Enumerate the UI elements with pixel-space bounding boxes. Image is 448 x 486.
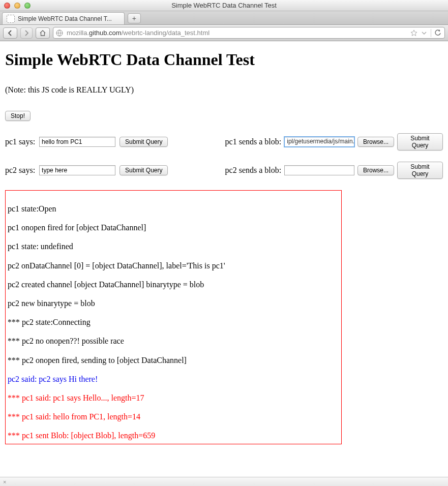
says-label: pc2 says: [5, 166, 35, 175]
window-titlebar: Simple WebRTC Data Channel Test [0, 0, 448, 11]
log-line: *** pc1 said: pc1 says Hello..., length=… [8, 393, 339, 403]
form-row-1: pc1 says:Submit Querypc1 sends a blob:ip… [5, 133, 443, 150]
form-row-2: pc2 says:Submit Querypc2 sends a blob:Br… [5, 162, 443, 179]
forward-arrow-icon [23, 30, 29, 36]
blob-label: pc1 sends a blob: [225, 137, 282, 146]
separator [431, 29, 431, 37]
home-icon [39, 29, 46, 37]
window-close-button[interactable] [4, 3, 10, 9]
log-line: pc2 onDataChannel [0] = [object DataChan… [8, 261, 339, 270]
log-line: pc1 onopen fired for [object DataChannel… [8, 223, 339, 232]
says-input[interactable] [39, 137, 115, 147]
log-line: *** pc2 no onopen??! possible race [8, 336, 339, 346]
window-title: Simple WebRTC Data Channel Test [0, 2, 448, 9]
new-tab-button[interactable]: + [128, 13, 141, 23]
browser-tab[interactable]: Simple WebRTC Data Channel T... [2, 12, 125, 24]
back-button[interactable] [3, 27, 17, 39]
bookmark-star-icon[interactable] [410, 29, 417, 37]
log-line: pc2 new binarytype = blob [8, 298, 339, 308]
tab-favicon-icon [7, 15, 15, 23]
says-submit-button[interactable]: Submit Query [120, 137, 168, 147]
log-line: *** pc1 sent Blob: [object Blob], length… [8, 431, 339, 440]
dropdown-icon[interactable] [421, 29, 428, 37]
log-line: *** pc2 state:Connecting [8, 317, 339, 327]
urlbar-right [410, 29, 442, 37]
navigation-toolbar: mozilla.github.com/webrtc-landing/data_t… [0, 25, 448, 41]
blob-label: pc2 sends a blob: [225, 166, 282, 175]
url-bar[interactable]: mozilla.github.com/webrtc-landing/data_t… [53, 27, 445, 39]
says-cell: pc1 says:Submit Query [5, 137, 221, 147]
log-line: pc1 state:Open [8, 204, 339, 214]
says-submit-button[interactable]: Submit Query [120, 165, 168, 175]
home-button[interactable] [36, 27, 50, 39]
tab-title: Simple WebRTC Data Channel T... [18, 15, 112, 22]
window-minimize-button[interactable] [14, 3, 20, 9]
reload-icon[interactable] [434, 29, 441, 37]
traffic-lights [0, 3, 31, 9]
says-input[interactable] [39, 165, 115, 175]
back-arrow-icon [7, 30, 13, 36]
says-label: pc1 says: [5, 137, 35, 146]
tab-strip: Simple WebRTC Data Channel T... + [0, 11, 448, 25]
browse-button[interactable]: Browse... [357, 165, 394, 175]
statusbar-close-icon[interactable]: × [3, 479, 6, 485]
log-line: *** pc2 onopen fired, sending to [object… [8, 355, 339, 365]
stop-button[interactable]: Stop! [5, 111, 31, 121]
globe-icon [55, 29, 64, 37]
log-line: *** pc1 said: hello from PC1, length=14 [8, 412, 339, 421]
status-bar: × [0, 477, 448, 486]
page-heading: Simple WebRTC Data Channel Test [5, 50, 443, 69]
window-zoom-button[interactable] [24, 3, 31, 9]
log-line: pc2 said: pc2 says Hi there! [8, 374, 339, 384]
page-content: Simple WebRTC Data Channel Test (Note: t… [0, 41, 448, 449]
blob-submit-button[interactable]: Submit Query [397, 133, 443, 150]
note-text: (Note: this JS code is REALLY UGLY) [5, 85, 443, 95]
blob-submit-button[interactable]: Submit Query [397, 162, 443, 179]
log-line: pc1 state: undefined [8, 241, 339, 251]
url-text: mozilla.github.com/webrtc-landing/data_t… [67, 29, 410, 37]
blob-cell: pc2 sends a blob:Browse...Submit Query [225, 162, 443, 179]
log-line: pc2 created channel [object DataChannel]… [8, 280, 339, 289]
says-cell: pc2 says:Submit Query [5, 165, 221, 175]
blob-cell: pc1 sends a blob:ipl/getusermedia/js/mai… [225, 133, 443, 150]
file-path-input[interactable]: ipl/getusermedia/js/main.js [284, 137, 354, 147]
file-path-input[interactable] [284, 165, 354, 175]
plus-icon: + [132, 14, 136, 22]
log-output[interactable]: pc1 state:Openpc1 onopen fired for [obje… [5, 190, 342, 444]
browse-button[interactable]: Browse... [357, 137, 394, 147]
forward-button[interactable] [20, 27, 33, 39]
